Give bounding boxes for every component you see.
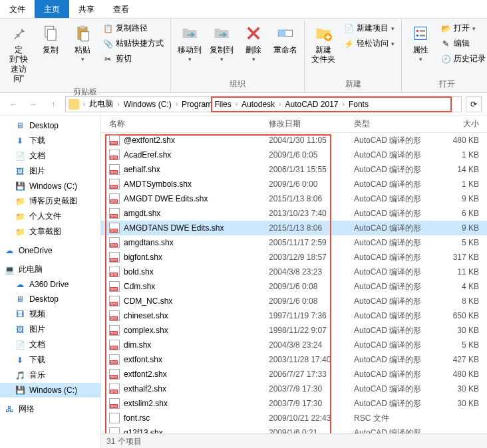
paste-shortcut-button[interactable]: 📎粘贴快捷方式 — [100, 37, 166, 51]
table-row[interactable]: extfont2.shx2006/7/27 17:33AutoCAD 编译的形4… — [101, 367, 487, 382]
sidebar-item-music[interactable]: 🎵音乐 — [0, 368, 100, 383]
newfolder-button[interactable]: 新建 文件夹 — [309, 21, 338, 77]
cut-button[interactable]: ✂剪切 — [100, 52, 166, 66]
table-row[interactable]: Cdm.shx2009/1/6 0:08AutoCAD 编译的形4 KB — [101, 279, 487, 294]
file-icon — [109, 413, 120, 423]
table-row[interactable]: font.rsc2009/10/21 22:43RSC 文件 — [101, 411, 487, 425]
table-row[interactable]: @extfont2.shx2004/1/30 11:05AutoCAD 编译的形… — [101, 133, 487, 148]
file-type: AutoCAD 编译的形 — [354, 252, 439, 263]
nav-up-button[interactable]: ↑ — [45, 96, 61, 112]
sidebar-item-thispc[interactable]: 💻此电脑 — [0, 262, 100, 277]
pin-icon — [8, 23, 29, 44]
crumb-programfiles[interactable]: Program Files — [179, 98, 234, 110]
copy-path-button[interactable]: 📋复制路径 — [100, 21, 166, 35]
menu-share[interactable]: 共享 — [69, 0, 104, 18]
file-date: 2003/7/9 17:30 — [269, 384, 354, 393]
nav-back-button[interactable]: ← — [5, 96, 21, 112]
path-icon: 📋 — [102, 23, 113, 34]
newitem-button[interactable]: 📄新建项目▾ — [341, 21, 397, 35]
music-icon: 🎵 — [15, 370, 25, 381]
sidebar-item-windowsc2[interactable]: 💾Windows (C:) — [0, 383, 100, 397]
crumb-thispc[interactable]: 此电脑 — [86, 97, 116, 111]
copy-button[interactable]: 复制 — [36, 21, 65, 85]
sidebar-item-videos[interactable]: 🎞视频 — [0, 306, 100, 322]
file-name: extslim2.shx — [124, 399, 168, 408]
table-row[interactable]: exthalf2.shx2003/7/9 17:30AutoCAD 编译的形30… — [101, 382, 487, 396]
sidebar-item-pictures2[interactable]: 🖼图片 — [0, 322, 100, 337]
sidebar-label: 图片 — [29, 324, 45, 335]
table-row[interactable]: amgdtans.shx2005/11/17 2:59AutoCAD 编译的形5… — [101, 235, 487, 250]
sidebar-label: 视频 — [29, 308, 45, 320]
chevron-down-icon: ▾ — [81, 56, 84, 62]
file-name: bigfont.shx — [124, 253, 162, 262]
table-row[interactable]: AMGDTANS DWE Edits.shx2015/1/13 8:06Auto… — [101, 221, 487, 235]
sidebar-item-onedrive[interactable]: ☁OneDrive — [0, 243, 100, 258]
file-type: AutoCAD 编译的形 — [354, 398, 439, 409]
table-row[interactable]: bigfont.shx2003/12/9 18:57AutoCAD 编译的形31… — [101, 250, 487, 265]
picture-icon: 🖼 — [15, 166, 25, 177]
sidebar-item-articleshot[interactable]: 📁文章截图 — [0, 224, 100, 239]
sidebar-item-documents2[interactable]: 📄文档 — [0, 337, 100, 352]
sidebar-item-network[interactable]: 🖧网络 — [0, 401, 100, 417]
table-row[interactable]: extslim2.shx2003/7/9 17:30AutoCAD 编译的形30… — [101, 396, 487, 411]
chevron-down-icon: ▾ — [419, 56, 422, 62]
file-icon — [109, 237, 120, 248]
menu-view[interactable]: 查看 — [104, 0, 138, 18]
edit-button[interactable]: ✎编辑 — [438, 37, 487, 51]
chevron-down-icon: ▾ — [391, 41, 395, 47]
moveto-icon — [179, 23, 200, 44]
crumb-autocad[interactable]: AutoCAD 2017 — [282, 98, 341, 110]
table-row[interactable]: complex.shx1998/11/22 9:07AutoCAD 编译的形30… — [101, 323, 487, 338]
sidebar-item-downloads2[interactable]: ⬇下载 — [0, 352, 100, 368]
menu-home[interactable]: 主页 — [35, 0, 69, 18]
file-type: AutoCAD 编译的形 — [354, 179, 439, 190]
properties-button[interactable]: 属性▾ — [406, 21, 435, 77]
table-row[interactable]: AMDTSymbols.shx2009/1/6 0:00AutoCAD 编译的形… — [101, 177, 487, 191]
breadcrumb[interactable]: › 此电脑 › Windows (C:) › Program Files › A… — [65, 96, 462, 112]
sidebar-item-pictures[interactable]: 🖼图片 — [0, 164, 100, 179]
sidebar-label: Windows (C:) — [29, 181, 77, 191]
pin-quickaccess-button[interactable]: 定到"快 速访问" — [4, 21, 33, 85]
refresh-button[interactable]: ⟳ — [466, 96, 482, 112]
table-row[interactable]: amgdt.shx2013/10/23 7:40AutoCAD 编译的形6 KB — [101, 206, 487, 221]
sidebar-item-documents[interactable]: 📄文档 — [0, 148, 100, 164]
menu-file[interactable]: 文件 — [0, 0, 35, 18]
delete-button[interactable]: 删除▾ — [239, 21, 268, 77]
table-row[interactable]: AcadEref.shx2009/1/6 0:05AutoCAD 编译的形1 K… — [101, 148, 487, 162]
svg-point-11 — [416, 35, 419, 37]
file-icon — [109, 223, 120, 233]
sidebar-item-a360[interactable]: ☁A360 Drive — [0, 277, 100, 292]
file-icon — [109, 398, 120, 409]
file-size: 8 KB — [439, 296, 486, 306]
crumb-drive[interactable]: Windows (C:) — [121, 98, 174, 110]
col-name[interactable]: 名称 — [101, 118, 269, 130]
table-row[interactable]: chineset.shx1997/11/19 7:36AutoCAD 编译的形6… — [101, 308, 487, 323]
history-button[interactable]: 🕘历史记录 — [438, 52, 487, 66]
col-type[interactable]: 类型 — [354, 118, 439, 130]
sidebar-item-personal[interactable]: 📁个人文件 — [0, 209, 100, 224]
table-row[interactable]: bold.shx2004/3/8 23:23AutoCAD 编译的形11 KB — [101, 265, 487, 279]
crumb-fonts[interactable]: Fonts — [346, 98, 371, 110]
sidebar-item-desktop2[interactable]: 🖥Desktop — [0, 292, 100, 306]
table-row[interactable]: CDM_NC.shx2009/1/6 0:08AutoCAD 编译的形8 KB — [101, 294, 487, 308]
col-date[interactable]: 修改日期 — [269, 118, 354, 130]
crumb-autodesk[interactable]: Autodesk — [239, 98, 277, 110]
sidebar-item-downloads[interactable]: ⬇下载 — [0, 133, 100, 148]
sidebar-item-windowsc[interactable]: 💾Windows (C:) — [0, 179, 100, 193]
moveto-button[interactable]: 移动到▾ — [175, 21, 204, 77]
easyaccess-button[interactable]: ⚡轻松访问▾ — [341, 37, 397, 51]
copyto-button[interactable]: 复制到▾ — [207, 21, 236, 77]
rename-button[interactable]: 重命名 — [271, 21, 300, 77]
table-row[interactable]: AMGDT DWE Edits.shx2015/1/13 8:06AutoCAD… — [101, 191, 487, 206]
sidebar-item-blogshot[interactable]: 📁博客历史截图 — [0, 193, 100, 209]
scissors-icon: ✂ — [102, 54, 113, 64]
paste-button[interactable]: 粘贴 ▾ — [68, 21, 97, 85]
open-button[interactable]: 📂打开▾ — [438, 21, 487, 35]
table-row[interactable]: aehalf.shx2006/1/31 15:55AutoCAD 编译的形14 … — [101, 162, 487, 177]
sidebar-item-desktop[interactable]: 🖥Desktop — [0, 118, 100, 133]
nav-forward-button[interactable]: → — [25, 96, 41, 112]
table-row[interactable]: dim.shx2004/3/8 23:24AutoCAD 编译的形5 KB — [101, 338, 487, 352]
table-row[interactable]: extfont.shx2003/11/28 17:40AutoCAD 编译的形4… — [101, 352, 487, 367]
col-size[interactable]: 大小 — [439, 118, 486, 130]
svg-point-9 — [416, 30, 419, 33]
